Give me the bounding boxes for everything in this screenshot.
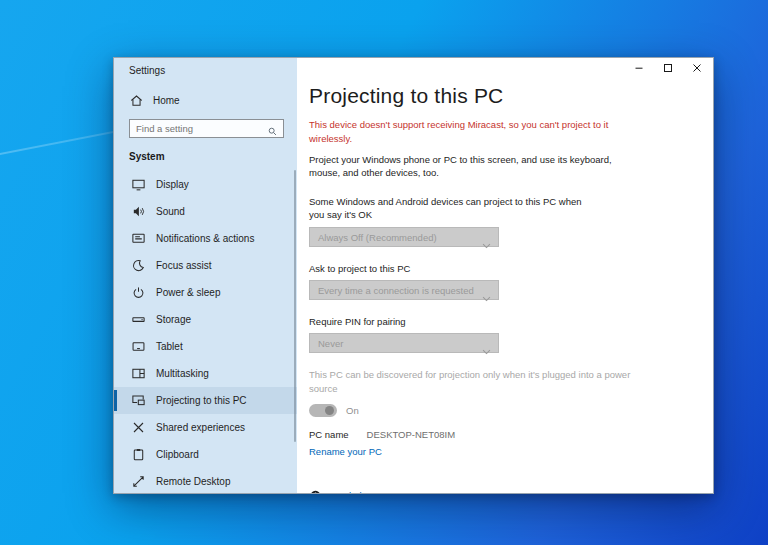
require-pin-dropdown[interactable]: Never xyxy=(309,333,499,353)
display-icon xyxy=(131,177,146,192)
sidebar-item-focus-assist[interactable]: Focus assist xyxy=(114,252,297,279)
sidebar-item-remote-desktop[interactable]: Remote Desktop xyxy=(114,468,297,493)
power-sleep-icon xyxy=(131,285,146,300)
sidebar-item-shared-experiences[interactable]: Shared experiences xyxy=(114,414,297,441)
page-description: Project your Windows phone or PC to this… xyxy=(309,153,639,181)
sidebar-item-notifications-actions[interactable]: Notifications & actions xyxy=(114,225,297,252)
sidebar-item-label: Storage xyxy=(156,314,191,325)
pc-name-value: DESKTOP-NET08IM xyxy=(367,429,456,440)
window-title: Settings xyxy=(114,58,297,76)
dropdown-selected-value: Always Off (Recommended) xyxy=(318,232,437,243)
help-links-block: Get help Give feedback xyxy=(309,489,699,493)
sidebar-item-label: Multitasking xyxy=(156,368,209,379)
sound-icon xyxy=(131,204,146,219)
require-pin-label: Require PIN for pairing xyxy=(309,315,594,328)
sidebar-item-label: Display xyxy=(156,179,189,190)
sidebar-item-label: Sound xyxy=(156,206,185,217)
ask-to-project-dropdown[interactable]: Every time a connection is requested xyxy=(309,280,499,300)
search-box xyxy=(129,119,284,138)
discovery-toggle[interactable] xyxy=(309,404,337,417)
remote-desktop-icon xyxy=(131,474,146,489)
sidebar-item-label: Notifications & actions xyxy=(156,233,254,244)
projection-permission-label: Some Windows and Android devices can pro… xyxy=(309,195,594,222)
projection-permission-dropdown[interactable]: Always Off (Recommended) xyxy=(309,227,499,247)
sidebar-nav-list: Display Sound Notifications xyxy=(114,171,297,493)
focus-assist-icon xyxy=(131,258,146,273)
close-button[interactable] xyxy=(682,58,711,78)
toggle-state-label: On xyxy=(346,405,359,416)
sidebar-item-clipboard[interactable]: Clipboard xyxy=(114,441,297,468)
sidebar-item-display[interactable]: Display xyxy=(114,171,297,198)
toggle-knob xyxy=(325,406,334,415)
sidebar-item-label: Power & sleep xyxy=(156,287,220,298)
discovery-note: This PC can be discovered for projection… xyxy=(309,368,634,396)
sidebar-item-multitasking[interactable]: Multitasking xyxy=(114,360,297,387)
home-icon xyxy=(129,93,144,108)
sidebar-item-label: Focus assist xyxy=(156,260,212,271)
projecting-icon xyxy=(131,393,146,408)
storage-icon xyxy=(131,312,146,327)
multitasking-icon xyxy=(131,366,146,381)
sidebar-section-header: System xyxy=(129,151,297,162)
minimize-button[interactable] xyxy=(624,58,653,78)
window-controls xyxy=(624,58,711,78)
search-input[interactable] xyxy=(136,120,264,137)
sidebar-item-power-sleep[interactable]: Power & sleep xyxy=(114,279,297,306)
main-content: Projecting to this PC This device doesn'… xyxy=(297,58,713,493)
sidebar-item-projecting-to-this-pc[interactable]: Projecting to this PC xyxy=(114,387,297,414)
dropdown-selected-value: Every time a connection is requested xyxy=(318,285,474,296)
sidebar-item-label: Clipboard xyxy=(156,449,199,460)
settings-window: Settings Home System xyxy=(113,57,714,494)
miracast-warning-text: This device doesn't support receiving Mi… xyxy=(309,118,639,146)
sidebar-scrollbar[interactable] xyxy=(294,170,296,442)
get-help-icon xyxy=(309,489,322,493)
chevron-down-icon xyxy=(482,235,491,253)
maximize-button[interactable] xyxy=(653,58,682,78)
sidebar-item-home[interactable]: Home xyxy=(129,90,297,110)
chevron-down-icon xyxy=(482,341,491,359)
ask-to-project-label: Ask to project to this PC xyxy=(309,262,594,275)
sidebar-item-label: Projecting to this PC xyxy=(156,395,247,406)
shared-experiences-icon xyxy=(131,420,146,435)
sidebar-item-label: Shared experiences xyxy=(156,422,245,433)
tablet-icon xyxy=(131,339,146,354)
chevron-down-icon xyxy=(482,288,491,306)
clipboard-icon xyxy=(131,447,146,462)
sidebar: Settings Home System xyxy=(114,58,297,493)
rename-pc-link[interactable]: Rename your PC xyxy=(309,446,382,457)
pc-name-label: PC name xyxy=(309,429,349,440)
sidebar-item-label: Remote Desktop xyxy=(156,476,230,487)
sidebar-item-storage[interactable]: Storage xyxy=(114,306,297,333)
page-title: Projecting to this PC xyxy=(309,84,699,108)
get-help-link[interactable]: Get help xyxy=(331,490,367,493)
sidebar-item-label: Tablet xyxy=(156,341,183,352)
selected-accent-bar xyxy=(114,390,117,411)
discovery-toggle-row: On xyxy=(309,404,699,417)
pc-name-row: PC name DESKTOP-NET08IM xyxy=(309,429,699,440)
sidebar-item-label: Home xyxy=(153,95,180,106)
dropdown-selected-value: Never xyxy=(318,338,343,349)
notifications-icon xyxy=(131,231,146,246)
desktop-background: Settings Home System xyxy=(0,0,768,545)
search-icon xyxy=(267,123,278,141)
sidebar-item-tablet[interactable]: Tablet xyxy=(114,333,297,360)
sidebar-item-sound[interactable]: Sound xyxy=(114,198,297,225)
